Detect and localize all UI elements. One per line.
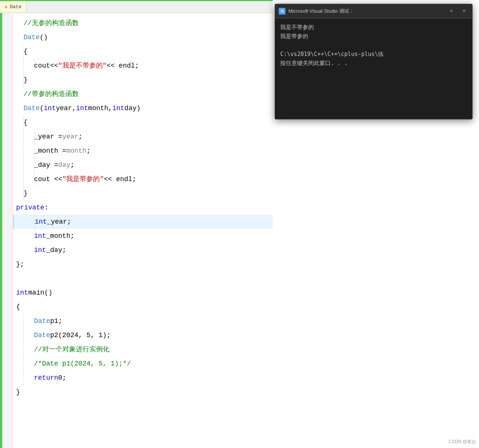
indent-guide [34,172,34,186]
indent-guide [24,186,24,200]
code-line: cout << "我是不带参的" << endl; [13,59,273,73]
code-line: − int main() [13,286,273,300]
indent-guide [24,357,24,371]
console-output-line-2: 我是带参的 [280,32,467,41]
code-line: } [13,186,273,200]
code-line: _month = month; [13,144,273,158]
code-line: int _year; [13,215,273,229]
tab-label: Date [10,4,21,10]
code-line: }; [13,257,273,271]
code-editor: ♦ Date //无参的构造函数 − Date() { [0,0,273,448]
gutter [0,13,13,448]
indent-guide [24,328,24,342]
code-line: _day = day; [13,158,273,172]
indent-guide [24,371,24,385]
code-line: //对一个对象进行实例化 [13,342,273,357]
indent-guide [34,144,34,158]
code-line: { [13,300,273,314]
indent-guide [24,342,24,357]
code-line: { [13,115,273,130]
console-output-line-1: 我是不带参的 [280,23,467,32]
console-app-icon: ⊞ [279,8,285,15]
tab-icon: ♦ [4,4,7,10]
code-lines: //无参的构造函数 − Date() { cout << "我是不带参的" <<… [13,13,273,448]
indent-guide [24,314,24,328]
code-line: − Date(int year, int month, int day) [13,101,273,115]
indent-guide [24,59,24,73]
code-line: private: [13,200,273,215]
code-line: /*Date p1(2024, 5, 1);*/ [13,357,273,371]
indent-guide [35,215,35,229]
keyword: private [16,200,44,215]
code-line: int _month; [13,229,273,243]
console-window: ⊞ Microsoft Visual Studio 调试： × + 我是不带参的… [275,4,473,119]
code-line: //带参的构造函数 [13,87,273,101]
console-output-line-3: C:\vs2019\C++\C++\cplus-plus\练 [280,50,467,59]
comment-text: //带参的构造函数 [24,87,79,101]
watermark: CSDN @老幺 [448,439,476,445]
indent-guide [24,73,24,87]
code-line: } [13,73,273,87]
console-close-button[interactable]: × [447,7,456,16]
console-title: Microsoft Visual Studio 调试： [288,8,444,15]
class-name: Date [24,101,40,115]
indent-guide [24,158,24,172]
indent-guide [34,59,34,73]
indent-guide [34,158,34,172]
console-body: 我是不带参的 我是带参的 C:\vs2019\C++\C++\cplus-plu… [275,18,472,119]
console-output-line-4: 按任意键关闭此窗口. . . [280,59,467,68]
close-icon: × [450,8,453,14]
indent-guide [34,130,34,144]
code-line: int _day; [13,243,273,257]
indent-guide [24,130,24,144]
code-line: _year = year; [13,130,273,144]
code-line: //无参的构造函数 [13,16,273,30]
tab-bar: ♦ Date [0,1,273,13]
code-container: //无参的构造函数 − Date() { cout << "我是不带参的" <<… [0,13,273,448]
tab-date[interactable]: ♦ Date [0,1,27,13]
code-line: Date p1; [13,314,273,328]
code-line: cout << "我是带参的" << endl; [13,172,273,186]
indent-guide [24,172,24,186]
code-line: − Date() [13,30,273,44]
code-line: { [13,44,273,59]
code-line: Date p2(2024, 5, 1); [13,328,273,342]
console-output-blank [280,41,467,50]
console-add-button[interactable]: + [460,7,469,16]
indent-guide [24,115,24,130]
console-titlebar: ⊞ Microsoft Visual Studio 调试： × + [275,4,472,18]
indent-guide [24,44,24,59]
code-line: } [13,385,273,399]
add-icon: + [462,8,466,15]
code-line: return 0; [13,371,273,385]
indent-guide [24,144,24,158]
comment-text: //无参的构造函数 [24,16,79,30]
green-bar [0,13,2,448]
code-line [13,271,273,286]
class-name: Date [24,30,40,44]
